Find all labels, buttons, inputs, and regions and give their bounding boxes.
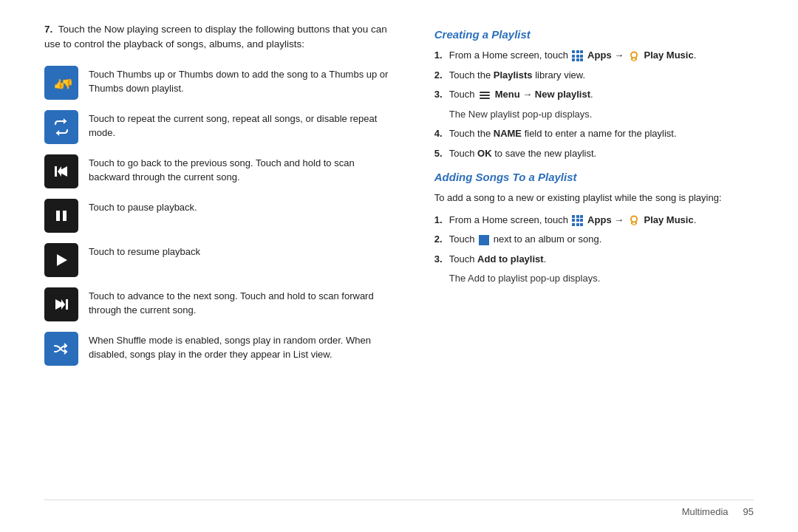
intro-paragraph: 7. Touch the Now playing screen to displ… bbox=[44, 22, 398, 52]
menu-icon-inline bbox=[480, 92, 490, 99]
creating-step-3: 3. Touch Menu → New playlist. bbox=[434, 87, 754, 102]
icon-row-repeat: Touch to repeat the current song, repeat… bbox=[44, 110, 398, 144]
adding-step-1: 1. From a Home screen, touch Apps → bbox=[434, 213, 754, 228]
svg-point-11 bbox=[631, 52, 637, 58]
repeat-icon-box bbox=[44, 110, 78, 144]
page-footer: Multimedia 95 bbox=[44, 499, 754, 517]
headphone-icon-1 bbox=[628, 50, 640, 62]
icon-row-prev: Touch to go back to the previous song. T… bbox=[44, 154, 398, 188]
add-to-playlist-label: Add to playlist bbox=[477, 253, 544, 265]
thumbs-desc: Touch Thumbs up or Thumbs down to add th… bbox=[89, 66, 398, 96]
shuffle-desc: When Shuffle mode is enabled, songs play… bbox=[89, 332, 398, 362]
step5-num: 5. bbox=[434, 146, 445, 161]
left-column: 7. Touch the Now playing screen to displ… bbox=[44, 22, 398, 499]
apps-label-1: Apps bbox=[587, 50, 612, 61]
creating-steps-list-2: 4. Touch the NAME field to enter a name … bbox=[434, 126, 754, 160]
prev-desc: Touch to go back to the previous song. T… bbox=[89, 154, 398, 185]
play-icon-box bbox=[44, 243, 78, 277]
arrow-1: → bbox=[614, 50, 627, 61]
svg-rect-5 bbox=[56, 211, 60, 221]
content-area: 7. Touch the Now playing screen to displ… bbox=[44, 22, 754, 499]
icon-row-pause: Touch to pause playback. bbox=[44, 199, 398, 233]
ok-label: OK bbox=[477, 148, 492, 159]
adding-step-3: 3. Touch Add to playlist. bbox=[434, 252, 754, 267]
play-music-label-1: Play Music bbox=[644, 50, 693, 61]
svg-rect-2 bbox=[55, 166, 57, 177]
svg-rect-12 bbox=[631, 57, 632, 60]
apps-label-2: Apps bbox=[587, 214, 612, 225]
creating-step-1: 1. From a Home screen, touch Apps → bbox=[434, 48, 754, 63]
add-step2-content: Touch next to an album or song. bbox=[449, 232, 602, 247]
svg-rect-8 bbox=[66, 299, 68, 310]
step3-num: 3. bbox=[434, 87, 445, 102]
next-icon-box bbox=[44, 287, 78, 321]
creating-step-5: 5. Touch OK to save the new playlist. bbox=[434, 146, 754, 161]
adding-songs-title: Adding Songs To a Playlist bbox=[434, 171, 754, 183]
play-music-label-2: Play Music bbox=[644, 214, 693, 225]
creating-playlist-title: Creating a Playlist bbox=[434, 28, 754, 41]
svg-marker-7 bbox=[57, 254, 67, 266]
repeat-desc: Touch to repeat the current song, repeat… bbox=[89, 110, 398, 140]
right-column: Creating a Playlist 1. From a Home scree… bbox=[434, 22, 754, 499]
add-step3-content: Touch Add to playlist. bbox=[449, 252, 547, 267]
headphone-icon-2 bbox=[628, 214, 640, 226]
step4-content: Touch the NAME field to enter a name for… bbox=[449, 126, 677, 141]
icon-row-shuffle: When Shuffle mode is enabled, songs play… bbox=[44, 332, 398, 366]
adding-intro: To add a song to a new or existing playl… bbox=[434, 191, 754, 205]
svg-marker-4 bbox=[58, 166, 61, 177]
name-field-label: NAME bbox=[494, 128, 522, 139]
apps-icon-1 bbox=[572, 50, 583, 61]
page: 7. Touch the Now playing screen to displ… bbox=[0, 0, 798, 532]
add-step3-num: 3. bbox=[434, 252, 445, 267]
icon-row-thumbs: 👍 👎 Touch Thumbs up or Thumbs down to ad… bbox=[44, 66, 398, 100]
shuffle-icon-box bbox=[44, 332, 78, 366]
icon-row-play: Touch to resume playback bbox=[44, 243, 398, 277]
add-step1-num: 1. bbox=[434, 213, 445, 228]
svg-marker-10 bbox=[61, 299, 65, 310]
arrow-2: → bbox=[614, 214, 627, 225]
thumbs-icon-box: 👍 👎 bbox=[44, 66, 78, 100]
footer-label: Multimedia bbox=[682, 506, 729, 517]
step5-content: Touch OK to save the new playlist. bbox=[449, 146, 596, 161]
pause-desc: Touch to pause playback. bbox=[89, 199, 197, 215]
adding-note-3: The Add to playlist pop-up displays. bbox=[449, 271, 754, 286]
creating-note-3: The New playlist pop-up displays. bbox=[449, 107, 754, 122]
step2-content: Touch the Playlists library view. bbox=[449, 68, 585, 83]
next-desc: Touch to advance to the next song. Touch… bbox=[89, 287, 398, 318]
intro-number: 7. bbox=[44, 24, 52, 35]
playlists-label: Playlists bbox=[494, 69, 533, 81]
creating-steps-list: 1. From a Home screen, touch Apps → bbox=[434, 48, 754, 102]
apps-icon-2 bbox=[572, 215, 583, 226]
svg-rect-6 bbox=[63, 211, 66, 221]
step2-num: 2. bbox=[434, 68, 445, 83]
step1-num: 1. bbox=[434, 48, 445, 63]
menu-new-playlist-label: Menu → New playlist bbox=[495, 89, 590, 100]
add-step2-num: 2. bbox=[434, 232, 445, 247]
svg-text:👎: 👎 bbox=[61, 78, 72, 90]
footer-page-number: 95 bbox=[743, 506, 754, 517]
svg-rect-13 bbox=[635, 57, 636, 60]
pause-icon-box bbox=[44, 199, 78, 233]
creating-step-4: 4. Touch the NAME field to enter a name … bbox=[434, 126, 754, 141]
svg-rect-15 bbox=[631, 222, 632, 225]
step1-content: From a Home screen, touch Apps → bbox=[449, 48, 697, 63]
adding-steps-list: 1. From a Home screen, touch Apps → bbox=[434, 213, 754, 267]
adding-step-2: 2. Touch next to an album or song. bbox=[434, 232, 754, 247]
step3-content: Touch Menu → New playlist. bbox=[449, 87, 593, 102]
intro-text: Touch the Now playing screen to display … bbox=[44, 24, 387, 50]
small-blue-icon bbox=[479, 235, 489, 245]
svg-point-14 bbox=[631, 216, 637, 222]
icon-row-next: Touch to advance to the next song. Touch… bbox=[44, 287, 398, 321]
svg-rect-16 bbox=[635, 222, 636, 225]
step4-num: 4. bbox=[434, 126, 445, 141]
play-desc: Touch to resume playback bbox=[89, 243, 200, 259]
prev-icon-box bbox=[44, 154, 78, 188]
add-step1-content: From a Home screen, touch Apps → bbox=[449, 213, 697, 228]
creating-step-2: 2. Touch the Playlists library view. bbox=[434, 68, 754, 83]
